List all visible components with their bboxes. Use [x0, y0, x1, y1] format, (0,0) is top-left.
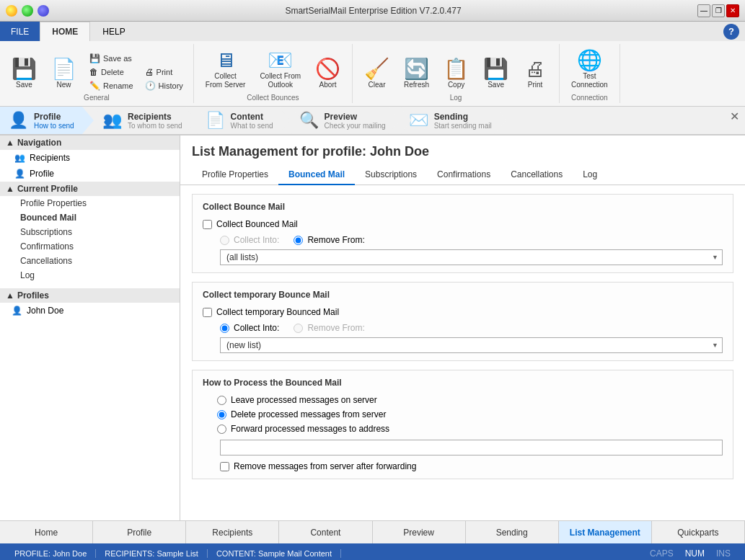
remove-after-forward-label[interactable]: Remove messages from server after forwar…	[220, 461, 723, 471]
preview-step-icon: 🔍	[299, 111, 319, 130]
temp-remove-from-radio[interactable]	[294, 324, 303, 333]
save-button[interactable]: 💾 Save	[6, 56, 43, 92]
sidebar-item-profile[interactable]: 👤 Profile	[0, 166, 180, 182]
num-key: NUM	[682, 548, 707, 559]
sidebar-john-doe[interactable]: 👤 John Doe	[0, 303, 180, 319]
workflow-step-content[interactable]: 📄 Content What to send	[197, 107, 291, 134]
tab-file[interactable]: FILE	[0, 22, 40, 41]
close-button[interactable]: ✕	[726, 4, 739, 17]
tab-subscriptions[interactable]: Subscriptions	[355, 165, 427, 185]
collect-into-remove-row: Collect Into: Remove From:	[220, 235, 723, 245]
workflow-step-sending[interactable]: ✉️ Sending Start sending mail	[400, 107, 506, 134]
refresh-button[interactable]: 🔄 Refresh	[398, 56, 435, 92]
restore-button[interactable]: ❐	[712, 4, 725, 17]
help-button[interactable]: ?	[723, 24, 739, 40]
new-icon: 📄	[51, 59, 76, 79]
collect-into-radio[interactable]	[220, 236, 229, 245]
collect-from-server-button[interactable]: 🖥 CollectFrom Server	[200, 48, 252, 92]
tab-profile-properties[interactable]: Profile Properties	[192, 165, 278, 185]
delete-messages-radio[interactable]	[217, 410, 226, 419]
rename-icon: ✏️	[89, 81, 100, 91]
workflow-close-button[interactable]: ✕	[724, 107, 745, 126]
save-as-button[interactable]: 💾 Save as	[85, 52, 138, 65]
bottom-tab-recipients[interactable]: Recipients	[186, 521, 279, 543]
sidebar-item-recipients[interactable]: 👥 Recipients	[0, 150, 180, 166]
profiles-header: ▲ Profiles	[0, 288, 180, 303]
print-small-button[interactable]: 🖨 Print	[141, 66, 188, 79]
collect-temp-checkbox-label[interactable]: Collect temporary Bounced Mail	[203, 307, 339, 317]
temp-remove-from-label[interactable]: Remove From:	[294, 323, 364, 333]
collect-temp-checkbox[interactable]	[203, 308, 212, 317]
profile-step-title: Profile	[34, 112, 74, 122]
save-label: Save	[16, 81, 32, 89]
collect-bounced-label: Collect Bounced Mail	[216, 219, 298, 229]
all-lists-select[interactable]: (all lists)	[220, 249, 723, 265]
bottom-tab-home[interactable]: Home	[0, 521, 93, 543]
leave-messages-radio[interactable]	[217, 396, 226, 405]
forward-messages-radio[interactable]	[217, 425, 226, 434]
john-doe-icon: 👤	[12, 306, 22, 316]
workflow-step-profile[interactable]: 👤 Profile How to send	[0, 107, 94, 134]
connection-group-label: Connection	[571, 92, 608, 103]
tab-cancellations[interactable]: Cancellations	[501, 165, 573, 185]
log-print-button[interactable]: 🖨 Print	[517, 56, 553, 92]
new-list-select[interactable]: (new list)	[220, 337, 723, 353]
sidebar-cancellations[interactable]: Cancellations	[0, 254, 180, 268]
leave-messages-label[interactable]: Leave processed messages on server	[217, 395, 723, 405]
copy-button[interactable]: 📋 Copy	[438, 56, 475, 92]
remove-from-radio[interactable]	[294, 236, 303, 245]
new-button[interactable]: 📄 New	[45, 56, 82, 92]
forward-address-input[interactable]	[220, 440, 723, 455]
tab-bounced-mail[interactable]: Bounced Mail	[278, 165, 355, 185]
sidebar-subscriptions[interactable]: Subscriptions	[0, 225, 180, 239]
bottom-tab-profile[interactable]: Profile	[93, 521, 186, 543]
delete-messages-label[interactable]: Delete processed messages from server	[217, 409, 723, 419]
sidebar-log[interactable]: Log	[0, 268, 180, 283]
collect-bounces-label: Collect Bounces	[247, 92, 299, 103]
minimize-button[interactable]: —	[697, 4, 710, 17]
collect-bounced-checkbox-label[interactable]: Collect Bounced Mail	[203, 219, 298, 229]
log-save-button[interactable]: 💾 Save	[477, 56, 514, 92]
tab-home[interactable]: HOME	[40, 22, 90, 41]
bottom-tab-preview[interactable]: Preview	[373, 521, 466, 543]
delete-button[interactable]: 🗑 Delete	[85, 66, 138, 79]
tab-help[interactable]: HELP	[90, 22, 137, 41]
abort-button[interactable]: 🚫 Abort	[309, 56, 346, 92]
rename-button[interactable]: ✏️ Rename	[85, 79, 138, 92]
status-keys: CAPS NUM INS	[641, 548, 739, 559]
ribbon: FILE HOME HELP ? 💾 Save 📄 New 💾	[0, 22, 745, 107]
connection-buttons: 🌐 TestConnection	[565, 44, 614, 92]
save-icon: 💾	[12, 59, 37, 79]
temp-collect-into-text: Collect Into:	[234, 323, 279, 333]
sidebar-bounced-mail[interactable]: Bounced Mail	[0, 210, 180, 225]
workflow-bar: 👤 Profile How to send 👥 Recipients To wh…	[0, 107, 745, 135]
test-connection-button[interactable]: 🌐 TestConnection	[565, 48, 614, 92]
workflow-step-preview[interactable]: 🔍 Preview Check your mailing	[291, 107, 400, 134]
remove-from-label[interactable]: Remove From:	[294, 235, 364, 245]
sidebar-recipients-label: Recipients	[30, 153, 70, 163]
bottom-tab-sending[interactable]: Sending	[466, 521, 559, 543]
preview-step-subtitle: Check your mailing	[325, 122, 386, 130]
bottom-tab-quickparts[interactable]: Quickparts	[652, 521, 745, 543]
clear-button[interactable]: 🧹 Clear	[358, 56, 395, 92]
ribbon-group-collect: 🖥 CollectFrom Server 📧 Collect FromOutlo…	[194, 44, 353, 103]
remove-after-forward-checkbox[interactable]	[220, 462, 229, 471]
tab-confirmations[interactable]: Confirmations	[427, 165, 501, 185]
history-button[interactable]: 🕐 History	[141, 79, 188, 92]
collect-into-label[interactable]: Collect Into:	[220, 235, 279, 245]
test-connection-label: TestConnection	[571, 72, 608, 89]
tab-log[interactable]: Log	[573, 165, 607, 185]
preview-step-text: Preview Check your mailing	[325, 112, 386, 130]
collect-bounced-checkbox[interactable]	[203, 220, 212, 229]
temp-collect-into-label[interactable]: Collect Into:	[220, 323, 279, 333]
sidebar-profile-properties[interactable]: Profile Properties	[0, 196, 180, 210]
bottom-tab-list-management[interactable]: List Management	[559, 521, 652, 543]
workflow-step-recipients[interactable]: 👥 Recipients To whom to send	[94, 107, 197, 134]
collect-from-outlook-button[interactable]: 📧 Collect FromOutlook	[254, 48, 307, 92]
temp-collect-into-radio[interactable]	[220, 324, 229, 333]
bottom-tab-content[interactable]: Content	[279, 521, 372, 543]
profile-nav-icon: 👤	[14, 169, 25, 179]
collect-buttons: 🖥 CollectFrom Server 📧 Collect FromOutlo…	[200, 44, 346, 92]
forward-messages-label[interactable]: Forward processed messages to address	[217, 424, 723, 434]
sidebar-confirmations[interactable]: Confirmations	[0, 239, 180, 254]
